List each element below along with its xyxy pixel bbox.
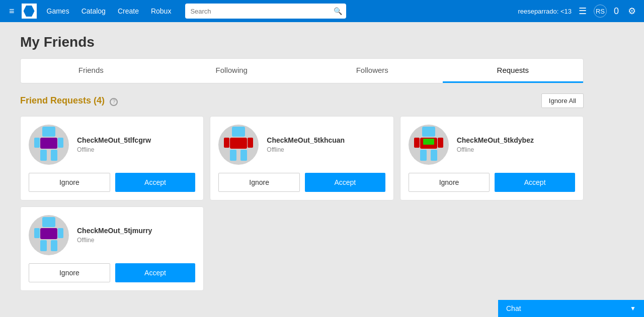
card-top-3: CheckMeOut_5tjmurry Offline: [29, 215, 195, 255]
svg-rect-23: [40, 240, 47, 251]
nav-games[interactable]: Games: [41, 0, 75, 22]
card-actions-1: Ignore Accept: [218, 173, 385, 192]
card-info-0: CheckMeOut_5tlfcgrw Offline: [77, 136, 195, 153]
accept-button-2[interactable]: Accept: [495, 173, 575, 192]
card-info-1: CheckMeOut_5tkhcuan Offline: [267, 136, 385, 153]
svg-rect-8: [224, 138, 229, 148]
card-info-2: CheckMeOut_5tkdybez Offline: [457, 136, 575, 153]
svg-rect-20: [40, 228, 57, 239]
cards-grid: CheckMeOut_5tlfcgrw Offline Ignore Accep…: [20, 116, 584, 291]
accept-button-1[interactable]: Accept: [305, 173, 385, 192]
svg-rect-10: [230, 150, 236, 161]
svg-rect-15: [414, 138, 420, 148]
card-actions-0: Ignore Accept: [29, 173, 195, 192]
tab-following[interactable]: Following: [162, 59, 302, 83]
svg-rect-22: [58, 228, 63, 238]
svg-rect-16: [438, 138, 443, 148]
nav-links: Games Catalog Create Robux: [41, 0, 178, 22]
svg-rect-5: [51, 150, 57, 161]
nav-right: reeseparrado: <13 ☰ RS 0 ⚙: [518, 5, 638, 18]
card-username-1: CheckMeOut_5tkhcuan: [267, 136, 385, 144]
svg-rect-9: [248, 138, 253, 148]
search-bar: 🔍: [185, 4, 346, 19]
card-actions-3: Ignore Accept: [29, 263, 195, 282]
card-actions-2: Ignore Accept: [409, 173, 575, 192]
accept-button-3[interactable]: Accept: [115, 263, 196, 282]
friend-card-0: CheckMeOut_5tlfcgrw Offline Ignore Accep…: [20, 116, 204, 200]
rs-icon[interactable]: RS: [594, 5, 607, 18]
card-status-1: Offline: [267, 146, 385, 153]
tab-friends[interactable]: Friends: [21, 59, 162, 83]
card-username-3: CheckMeOut_5tjmurry: [77, 227, 195, 235]
search-input[interactable]: [185, 4, 346, 19]
nav-robux[interactable]: Robux: [145, 0, 177, 22]
friend-card-3: CheckMeOut_5tjmurry Offline Ignore Accep…: [20, 206, 204, 291]
logo-icon: [24, 6, 35, 17]
svg-rect-14: [423, 139, 434, 145]
chat-bar[interactable]: Chat ▼: [498, 300, 644, 317]
avatar-3: [29, 215, 69, 255]
accept-button-0[interactable]: Accept: [115, 173, 196, 192]
info-icon[interactable]: ?: [110, 98, 118, 106]
section-title: Friend Requests (4): [20, 95, 105, 105]
ignore-button-0[interactable]: Ignore: [29, 173, 110, 192]
card-top-1: CheckMeOut_5tkhcuan Offline: [218, 125, 385, 165]
nav-catalog[interactable]: Catalog: [75, 0, 112, 22]
svg-rect-0: [42, 127, 55, 137]
hamburger-menu[interactable]: ≡: [6, 4, 18, 19]
tab-followers[interactable]: Followers: [302, 59, 443, 83]
svg-rect-24: [51, 240, 57, 251]
tabs-container: Friends Following Followers Requests: [20, 58, 584, 83]
ignore-button-3[interactable]: Ignore: [29, 263, 110, 282]
section-header: Friend Requests (4) ? Ignore All: [20, 93, 584, 108]
card-top-2: CheckMeOut_5tkdybez Offline: [409, 125, 575, 165]
card-status-3: Offline: [77, 237, 195, 244]
card-status-2: Offline: [457, 146, 575, 153]
card-info-3: CheckMeOut_5tjmurry Offline: [77, 227, 195, 244]
section-title-area: Friend Requests (4) ?: [20, 95, 118, 106]
avatar-0: [29, 125, 69, 165]
username-label[interactable]: reeseparrado: <13: [518, 8, 572, 15]
page-title: My Friends: [20, 34, 584, 50]
nav-create[interactable]: Create: [112, 0, 145, 22]
card-username-2: CheckMeOut_5tkdybez: [457, 136, 575, 144]
navbar: ≡ Games Catalog Create Robux 🔍 reeseparr…: [0, 0, 644, 22]
svg-rect-19: [42, 217, 55, 227]
svg-rect-18: [431, 150, 437, 161]
svg-rect-21: [34, 228, 40, 238]
svg-rect-2: [34, 138, 40, 148]
svg-rect-7: [230, 138, 247, 149]
svg-rect-4: [40, 150, 47, 161]
ignore-button-2[interactable]: Ignore: [409, 173, 490, 192]
ignore-button-1[interactable]: Ignore: [218, 173, 300, 192]
tab-requests[interactable]: Requests: [443, 59, 584, 83]
friend-card-2: CheckMeOut_5tkdybez Offline Ignore Accep…: [400, 116, 584, 200]
roblox-logo[interactable]: [22, 4, 37, 19]
svg-rect-6: [232, 127, 245, 137]
friend-card-1: CheckMeOut_5tkhcuan Offline Ignore Accep…: [210, 116, 393, 200]
svg-rect-11: [240, 150, 247, 161]
ignore-all-button[interactable]: Ignore All: [541, 93, 584, 108]
chat-chevron-icon: ▼: [630, 305, 636, 312]
robux-count[interactable]: 0: [612, 5, 621, 18]
avatar-2: [409, 125, 449, 165]
svg-rect-1: [40, 138, 57, 149]
svg-rect-3: [58, 138, 63, 148]
chat-bar-label: Chat: [506, 304, 521, 312]
card-status-0: Offline: [77, 146, 195, 153]
feed-icon[interactable]: ☰: [577, 5, 589, 18]
svg-rect-12: [422, 127, 435, 137]
settings-icon[interactable]: ⚙: [626, 5, 638, 18]
svg-rect-17: [420, 150, 427, 161]
card-username-0: CheckMeOut_5tlfcgrw: [77, 136, 195, 144]
main-content: My Friends Friends Following Followers R…: [0, 22, 604, 303]
search-icon[interactable]: 🔍: [334, 7, 342, 15]
card-top-0: CheckMeOut_5tlfcgrw Offline: [29, 125, 195, 165]
avatar-1: [218, 125, 259, 165]
